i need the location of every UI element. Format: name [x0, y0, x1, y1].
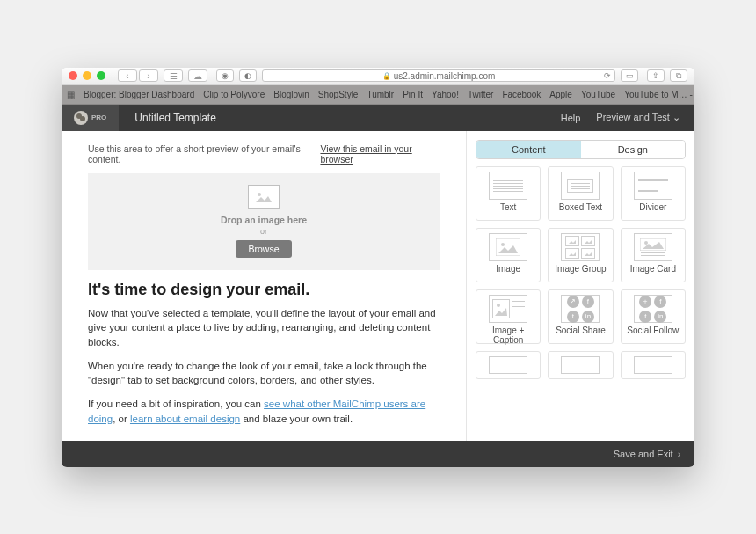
image-placeholder-icon: [248, 185, 280, 209]
zoom-window-icon[interactable]: [97, 71, 105, 80]
editor-body: Use this area to offer a short preview o…: [62, 131, 694, 441]
preview-hint-text: Use this area to offer a short preview o…: [88, 143, 320, 165]
block-label: Image + Caption: [476, 326, 540, 338]
bookmark-item[interactable]: Blogger: Blogger Dashboard: [84, 90, 194, 99]
block-label: Social Follow: [627, 326, 679, 338]
template-title: Untitled Template: [134, 112, 216, 124]
top-sites-icon[interactable]: ▦: [67, 90, 75, 99]
view-in-browser-link[interactable]: View this email in your browser: [320, 143, 440, 165]
bookmark-item[interactable]: Bloglovin: [273, 90, 309, 99]
help-link[interactable]: Help: [561, 113, 581, 123]
drop-or-label: or: [260, 227, 267, 236]
editor-footer: Save and Exit›: [62, 441, 694, 467]
bookmark-item[interactable]: Facebook: [502, 90, 541, 99]
bookmark-item[interactable]: YouTube to M… - Video2mp3: [624, 90, 694, 99]
minimize-window-icon[interactable]: [83, 71, 91, 80]
block-image-caption[interactable]: Image + Caption: [476, 289, 541, 344]
body-paragraph: If you need a bit of inspiration, you ca…: [88, 397, 440, 426]
block-image-group[interactable]: Image Group: [548, 228, 613, 282]
svg-point-6: [644, 241, 648, 245]
sidebar-toggle-button[interactable]: ☰: [164, 69, 183, 82]
forward-button[interactable]: ›: [139, 69, 158, 82]
email-design-link[interactable]: learn about email design: [130, 413, 240, 424]
save-exit-button[interactable]: Save and Exit›: [614, 449, 680, 459]
url-text: us2.admin.mailchimp.com: [394, 71, 496, 81]
content-blocks-grid: Text Boxed Text Divider Image: [467, 166, 694, 384]
extension-icon[interactable]: ◐: [239, 69, 257, 82]
bookmark-item[interactable]: Pin It: [403, 90, 423, 99]
bookmark-item[interactable]: Apple: [549, 90, 572, 99]
block-image-card[interactable]: Image Card: [621, 228, 686, 282]
pinterest-ext-icon[interactable]: ◉: [216, 69, 234, 82]
body-text-block[interactable]: It's time to design your email. Now that…: [62, 270, 466, 427]
bookmark-item[interactable]: YouTube: [581, 90, 615, 99]
tab-content[interactable]: Content: [476, 141, 581, 158]
email-canvas: Use this area to offer a short preview o…: [62, 131, 466, 441]
bookmark-item[interactable]: Yahoo!: [432, 90, 459, 99]
block-label: Divider: [639, 202, 666, 215]
block-label: Boxed Text: [559, 202, 602, 215]
reader-button[interactable]: ▭: [621, 69, 638, 82]
freddie-icon: [74, 111, 88, 125]
bookmark-item[interactable]: Clip to Polyvore: [203, 90, 265, 99]
block-boxed-text[interactable]: Boxed Text: [548, 166, 613, 221]
block-label: Image: [496, 264, 520, 276]
chevron-down-icon: ⌄: [672, 112, 680, 122]
block-partial[interactable]: [476, 351, 541, 379]
back-button[interactable]: ‹: [118, 69, 137, 82]
svg-point-2: [258, 193, 261, 196]
browse-button[interactable]: Browse: [236, 240, 291, 258]
block-social-follow[interactable]: ＋ f t in Social Follow: [621, 289, 686, 344]
facebook-icon: f: [582, 296, 594, 308]
block-label: Image Group: [555, 264, 606, 276]
linkedin-icon: in: [654, 311, 666, 323]
bookmark-item[interactable]: Twitter: [468, 90, 493, 99]
bookmark-item[interactable]: ShopStyle: [318, 90, 359, 99]
icloud-tabs-button[interactable]: ☁: [188, 69, 207, 82]
block-partial[interactable]: [621, 351, 686, 379]
block-image[interactable]: Image: [476, 228, 541, 282]
design-panel: Content Design Text Boxed Text Divider: [466, 131, 694, 441]
reload-icon[interactable]: ⟳: [604, 71, 611, 80]
plus-icon: ＋: [639, 296, 651, 308]
bookmarks-bar: ▦ Blogger: Blogger Dashboard Clip to Pol…: [62, 85, 694, 105]
block-text[interactable]: Text: [476, 166, 541, 221]
window-titlebar: ‹ › ☰ ☁ ◉ ◐ 🔒 us2.admin.mailchimp.com ⟳ …: [62, 68, 694, 85]
close-window-icon[interactable]: [69, 71, 77, 80]
image-dropzone[interactable]: Drop an image here or Browse: [88, 173, 440, 270]
tabs-button[interactable]: ⧉: [670, 69, 687, 82]
facebook-icon: f: [654, 296, 666, 308]
block-social-share[interactable]: ↗ f t in Social Share: [548, 289, 613, 344]
address-bar[interactable]: 🔒 us2.admin.mailchimp.com ⟳: [262, 69, 615, 82]
body-paragraph: When you're ready to change the look of …: [88, 359, 440, 388]
share-button[interactable]: ⇪: [647, 69, 665, 82]
block-label: Social Share: [556, 326, 606, 338]
block-divider[interactable]: Divider: [621, 166, 686, 221]
block-label: Image Card: [630, 264, 676, 276]
share-icon: ↗: [567, 296, 579, 308]
drop-label: Drop an image here: [221, 215, 307, 225]
panel-tabs: Content Design: [476, 140, 686, 159]
preview-test-menu[interactable]: Preview and Test ⌄: [596, 112, 680, 123]
svg-point-7: [497, 304, 500, 307]
chevron-right-icon: ›: [678, 450, 680, 459]
twitter-icon: t: [567, 311, 579, 323]
body-paragraph: Now that you've selected a template, you…: [88, 306, 440, 350]
svg-point-4: [501, 243, 505, 246]
linkedin-icon: in: [582, 311, 594, 323]
lock-icon: 🔒: [382, 72, 391, 80]
mailchimp-header: PRO Untitled Template Help Preview and T…: [62, 105, 694, 131]
pro-badge: PRO: [91, 113, 106, 121]
block-label: Text: [500, 202, 516, 215]
twitter-icon: t: [639, 311, 651, 323]
bookmark-item[interactable]: Tumblr: [367, 90, 394, 99]
mailchimp-logo[interactable]: PRO: [62, 105, 119, 131]
tab-design[interactable]: Design: [581, 141, 686, 158]
body-heading: It's time to design your email.: [88, 281, 440, 299]
block-partial[interactable]: [548, 351, 613, 379]
browser-window: ‹ › ☰ ☁ ◉ ◐ 🔒 us2.admin.mailchimp.com ⟳ …: [62, 68, 694, 467]
svg-point-1: [80, 116, 85, 121]
